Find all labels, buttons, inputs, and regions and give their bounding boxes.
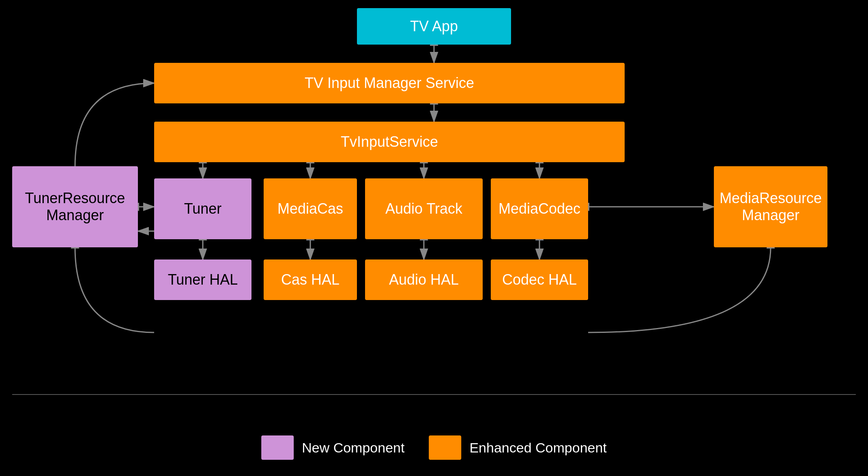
legend: New Component Enhanced Component — [261, 435, 607, 460]
tuner-resource-manager-label: TunerResource Manager — [25, 190, 125, 224]
legend-new-component: New Component — [261, 435, 404, 460]
tv-input-manager-box: TV Input Manager Service — [154, 63, 625, 103]
legend-new-component-label: New Component — [302, 440, 404, 456]
legend-purple-box — [261, 435, 294, 460]
tuner-label: Tuner — [184, 200, 222, 217]
media-codec-box: MediaCodec — [491, 178, 588, 239]
media-resource-manager-box: MediaResource Manager — [714, 166, 827, 247]
tv-app-box: TV App — [357, 8, 511, 45]
audio-track-box: Audio Track — [365, 178, 483, 239]
codec-hal-label: Codec HAL — [502, 271, 577, 288]
legend-orange-box — [429, 435, 461, 460]
tuner-box: Tuner — [154, 178, 251, 239]
tuner-hal-label: Tuner HAL — [168, 271, 238, 288]
media-codec-label: MediaCodec — [498, 200, 580, 217]
tv-input-manager-label: TV Input Manager Service — [305, 75, 474, 92]
legend-enhanced-component-label: Enhanced Component — [469, 440, 606, 456]
media-cas-label: MediaCas — [277, 200, 343, 217]
tv-input-service-label: TvInputService — [341, 133, 438, 150]
cas-hal-label: Cas HAL — [281, 271, 339, 288]
codec-hal-box: Codec HAL — [491, 259, 588, 300]
tv-app-label: TV App — [410, 18, 458, 35]
media-cas-box: MediaCas — [264, 178, 357, 239]
audio-track-label: Audio Track — [385, 200, 462, 217]
audio-hal-label: Audio HAL — [389, 271, 459, 288]
cas-hal-box: Cas HAL — [264, 259, 357, 300]
tuner-hal-box: Tuner HAL — [154, 259, 251, 300]
divider — [12, 394, 856, 395]
legend-enhanced-component: Enhanced Component — [429, 435, 606, 460]
tuner-resource-manager-box: TunerResource Manager — [12, 166, 138, 247]
tv-input-service-box: TvInputService — [154, 122, 625, 162]
audio-hal-box: Audio HAL — [365, 259, 483, 300]
diagram-container: TV App TV Input Manager Service TvInputS… — [0, 0, 868, 476]
media-resource-manager-label: MediaResource Manager — [720, 190, 822, 224]
